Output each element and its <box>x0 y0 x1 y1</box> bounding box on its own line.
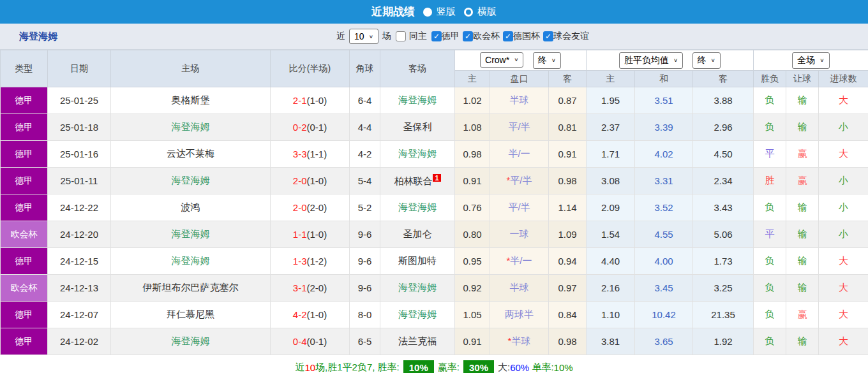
league-type-badge: 德甲 <box>1 141 47 167</box>
result-cell: 负 <box>754 248 786 275</box>
scope-select[interactable]: 全场 ∨ <box>792 52 829 69</box>
fulltime-score: 0-4 <box>293 336 307 347</box>
mean-draw-cell: 4.02 <box>635 141 693 168</box>
mean-away-cell: 2.96 <box>693 114 754 141</box>
corners-cell: 4-2 <box>350 141 380 168</box>
result-text: 胜 <box>765 175 775 186</box>
recent-count-value: 10 <box>354 31 364 41</box>
goals-cell: 小 <box>819 168 868 194</box>
mean-final-select[interactable]: 终 ∨ <box>692 52 721 69</box>
goals-cell: 大 <box>819 275 868 302</box>
away-team-cell: 圣加仑 <box>380 221 455 248</box>
layout-radio[interactable] <box>423 8 432 17</box>
halftime-score: (0-1) <box>307 336 327 347</box>
mean-home-cell: 1.95 <box>587 87 635 114</box>
games-label: 场 <box>382 31 391 42</box>
topbar: 近期战绩 竖版横版 <box>0 0 868 24</box>
league-type-cell: 德甲 <box>1 141 48 168</box>
handicap-text: 平/半 <box>510 175 532 186</box>
fulltime-score: 2-0 <box>293 175 307 186</box>
odds-home-cell: 0.80 <box>455 221 490 248</box>
date-cell: 24-12-15 <box>48 248 111 275</box>
away-team-name: 海登海姆 <box>398 309 437 319</box>
scope-value: 全场 <box>797 55 815 66</box>
corners-cell: 5-2 <box>350 194 380 221</box>
chevron-down-icon: ∨ <box>711 57 715 63</box>
column-header-date: 日期 <box>48 50 111 87</box>
result-cell: 负 <box>754 328 786 355</box>
away-team-name: 柏林联合 <box>394 175 432 186</box>
mean-away-cell: 5.06 <box>693 221 754 248</box>
handicap-result-text: 赢 <box>798 309 807 319</box>
away-team-name: 法兰克福 <box>398 335 437 346</box>
result-cell: 负 <box>754 87 786 114</box>
odds-away-cell: 0.81 <box>549 114 587 141</box>
same-home-checkbox[interactable] <box>396 31 406 41</box>
home-team-name: 海登海姆 <box>172 228 210 239</box>
mean-draw-cell: 4.55 <box>635 221 693 248</box>
league-checkbox[interactable]: ✓ <box>463 31 473 41</box>
league-type-cell: 德甲 <box>1 114 48 141</box>
odds-away-cell: 0.98 <box>549 328 587 355</box>
summary-segment: 10 <box>304 362 315 373</box>
home-team-name: 拜仁慕尼黑 <box>167 309 214 319</box>
handicap-text: 一球 <box>510 228 529 239</box>
goals-text: 小 <box>839 121 848 132</box>
goals-text: 小 <box>839 228 848 239</box>
mean-home-cell: 3.08 <box>587 168 635 194</box>
mean-home-cell: 1.71 <box>587 141 635 168</box>
league-type-cell: 德甲 <box>1 302 48 328</box>
odds-away-cell: 0.87 <box>549 87 587 114</box>
odds-source-select[interactable]: Crow* ∨ <box>480 52 523 68</box>
league-checkbox[interactable]: ✓ <box>543 31 553 41</box>
halftime-score: (2-0) <box>307 202 327 213</box>
corners-cell: 6-5 <box>350 328 380 355</box>
goals-cell: 大 <box>819 87 868 114</box>
home-team-cell: 海登海姆 <box>111 248 271 275</box>
result-text: 平 <box>765 148 775 159</box>
away-team-name: 海登海姆 <box>398 201 437 212</box>
chevron-down-icon: ∨ <box>369 34 373 40</box>
handicap-text: 平/半 <box>508 201 530 212</box>
league-checkbox[interactable]: ✓ <box>503 31 513 41</box>
summary-segment: 场,胜1平2负7, 胜率: <box>315 362 400 373</box>
handicap-result-cell: 输 <box>786 328 819 355</box>
layout-radio[interactable] <box>464 8 473 17</box>
subheader-odds-away: 客 <box>549 71 587 87</box>
handicap-result-cell: 输 <box>786 221 819 248</box>
handicap-result-text: 赢 <box>798 175 807 186</box>
odds-away-cell: 0.97 <box>549 275 587 302</box>
goals-cell: 大 <box>819 141 868 168</box>
result-text: 负 <box>765 201 775 212</box>
result-text: 负 <box>765 309 775 319</box>
table-row: 欧会杯 24-12-13 伊斯坦布尔巴萨克塞尔 3-1(2-0) 9-6 海登海… <box>1 275 868 302</box>
mean-home-cell: 1.54 <box>587 221 635 248</box>
fulltime-score: 1-3 <box>293 256 307 267</box>
halftime-score: (1-0) <box>307 309 327 320</box>
subheader-handicap: 盘口 <box>490 71 549 87</box>
summary-segment: 60% <box>510 362 529 373</box>
subheader-mean-away: 客 <box>693 71 754 87</box>
mean-away-cell: 1.73 <box>693 248 754 275</box>
recent-count-select[interactable]: 10 ∨ <box>349 29 378 44</box>
page-title: 近期战绩 <box>371 4 415 19</box>
score-cell: 2-0(1-0) <box>271 168 350 194</box>
odds-final-select[interactable]: 终 ∨ <box>533 52 561 69</box>
result-text: 负 <box>765 121 775 132</box>
fulltime-score: 1-1 <box>293 229 307 240</box>
odds-away-cell: 0.94 <box>549 248 587 275</box>
handicap-result-cell: 输 <box>786 87 819 114</box>
mean-source-select[interactable]: 胜平负均值 ∨ <box>619 52 683 69</box>
recent-label: 近 <box>336 31 345 42</box>
home-team-cell: 海登海姆 <box>111 328 271 355</box>
odds-home-cell: 1.05 <box>455 302 490 328</box>
layout-radio-label[interactable]: 横版 <box>477 6 497 18</box>
league-checkbox[interactable]: ✓ <box>431 31 442 41</box>
layout-radio-label[interactable]: 竖版 <box>437 6 456 18</box>
result-text: 负 <box>765 335 775 346</box>
result-text: 平 <box>765 228 775 239</box>
results-table: 类型 日期 主场 比分(半场) 角球 客场 Crow* ∨ 终 ∨ 胜平负均值 … <box>0 50 868 355</box>
fulltime-score: 4-2 <box>293 309 307 320</box>
mean-away-cell: 3.43 <box>693 194 754 221</box>
away-team-cell: 斯图加特 <box>380 248 455 275</box>
